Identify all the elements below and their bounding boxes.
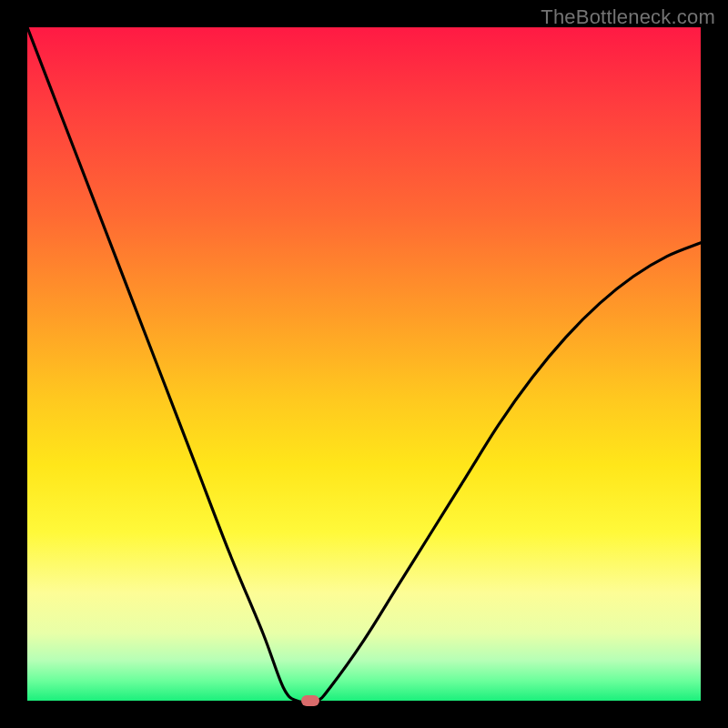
watermark-label: TheBottleneck.com <box>541 5 715 29</box>
bottleneck-curve <box>27 27 701 701</box>
chart-frame: TheBottleneck.com <box>0 0 728 728</box>
min-marker <box>301 695 319 706</box>
plot-area <box>27 27 701 701</box>
